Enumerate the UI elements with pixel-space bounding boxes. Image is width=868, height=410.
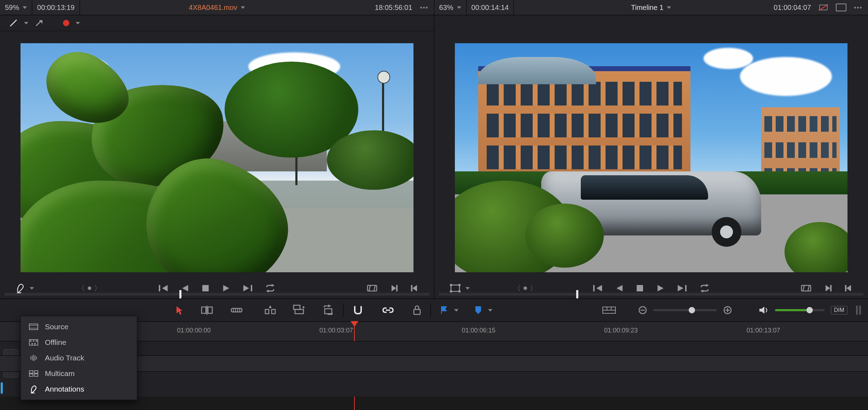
zoom-out-icon[interactable]	[638, 306, 647, 314]
svg-marker-59	[328, 304, 331, 307]
menu-item-label: Audio Track	[45, 354, 84, 362]
dim-button[interactable]: DIM	[831, 306, 847, 314]
source-clip-name-dropdown[interactable]: 4X8A0461.mov	[189, 4, 245, 12]
play-reverse-icon[interactable]	[615, 284, 623, 292]
chevron-down-icon[interactable]	[76, 22, 80, 24]
menu-item-audio-track[interactable]: Audio Track	[21, 350, 137, 366]
program-header: 63% 00:00:14:14 Timeline 1 01:00:04:07	[434, 0, 868, 15]
mark-out-icon[interactable]	[845, 284, 852, 292]
last-frame-icon[interactable]	[677, 284, 687, 292]
viewer-mode-menu: Source Offline Audio Track Multicam Anno…	[21, 316, 137, 400]
source-timecode[interactable]: 18:05:56:01	[375, 4, 412, 12]
play-icon[interactable]	[656, 284, 664, 292]
svg-rect-30	[637, 285, 643, 291]
program-zoom-value: 63%	[439, 4, 453, 12]
play-reverse-icon[interactable]	[181, 284, 189, 292]
transform-overlay-icon[interactable]	[450, 284, 461, 292]
bypass-grades-icon[interactable]	[816, 4, 831, 11]
annotations-mode-icon[interactable]	[16, 283, 25, 293]
record-color-icon[interactable]	[63, 20, 69, 26]
speaker-icon[interactable]	[759, 306, 769, 314]
mark-in-icon[interactable]	[824, 284, 832, 292]
svg-rect-26	[458, 290, 461, 292]
svg-rect-52	[265, 309, 269, 314]
svg-rect-56	[294, 305, 300, 309]
chevron-down-icon[interactable]	[454, 309, 458, 312]
program-marker-nav[interactable]: 〈〉	[514, 284, 537, 293]
lock-icon[interactable]	[413, 305, 421, 315]
match-frame-icon[interactable]	[367, 284, 377, 292]
single-viewer-icon[interactable]	[836, 4, 846, 11]
source-marker-nav[interactable]: 〈〉	[78, 284, 101, 293]
source-duration-readout[interactable]: 00:00:13:19	[32, 0, 80, 15]
timeline-zoom-slider[interactable]	[653, 309, 717, 311]
menu-item-offline[interactable]: Offline	[21, 335, 137, 350]
menu-item-annotations[interactable]: Annotations	[21, 381, 137, 397]
razor-tool-icon[interactable]	[231, 306, 243, 314]
source-canvas[interactable]	[0, 31, 434, 278]
last-frame-icon[interactable]	[243, 284, 253, 292]
svg-marker-14	[266, 290, 269, 292]
ruler-label: 01:00:09:23	[604, 327, 638, 334]
first-frame-icon[interactable]	[158, 284, 168, 292]
arrow-tool-icon[interactable]	[35, 19, 43, 27]
ruler-label: 01:00:13:07	[746, 327, 780, 334]
program-canvas[interactable]	[434, 31, 868, 278]
svg-rect-58	[325, 309, 332, 314]
svg-rect-22	[451, 285, 459, 291]
svg-marker-7	[162, 285, 168, 291]
timeline-view-options-icon[interactable]	[602, 306, 616, 314]
svg-line-2	[10, 20, 17, 26]
svg-line-16	[369, 285, 370, 291]
source-header: 59% 00:00:13:19 4X8A0461.mov 18:05:56:01	[0, 0, 434, 15]
overwrite-clip-icon[interactable]	[294, 305, 305, 315]
svg-rect-80	[31, 343, 33, 344]
loop-icon[interactable]	[265, 284, 275, 292]
link-icon[interactable]	[382, 306, 394, 314]
source-frame-image	[21, 43, 413, 272]
marker-icon[interactable]	[475, 306, 482, 315]
svg-rect-27	[593, 285, 595, 291]
svg-rect-53	[272, 309, 275, 314]
svg-rect-71	[856, 306, 858, 315]
program-timecode[interactable]: 01:00:04:07	[774, 4, 811, 12]
menu-item-multicam[interactable]: Multicam	[21, 366, 137, 381]
draw-line-tool-icon[interactable]	[9, 19, 18, 27]
stop-icon[interactable]	[202, 284, 209, 292]
volume-slider[interactable]	[775, 309, 824, 311]
chevron-down-icon[interactable]	[30, 287, 34, 290]
svg-rect-33	[685, 285, 687, 291]
svg-rect-77	[30, 340, 31, 342]
insert-clip-icon[interactable]	[265, 305, 276, 315]
selection-tool-icon[interactable]	[175, 306, 183, 315]
stop-icon[interactable]	[636, 284, 644, 292]
program-duration-readout[interactable]: 00:00:14:14	[467, 0, 514, 15]
source-zoom-selector[interactable]: 59%	[0, 0, 32, 15]
menu-item-source[interactable]: Source	[21, 319, 137, 335]
match-frame-icon[interactable]	[801, 284, 811, 292]
audio-meter-icon[interactable]	[856, 305, 862, 315]
chevron-down-icon[interactable]	[24, 22, 28, 24]
replace-clip-icon[interactable]	[323, 305, 334, 315]
source-viewer: 〈〉	[0, 15, 434, 298]
first-frame-icon[interactable]	[593, 284, 603, 292]
source-options-icon[interactable]	[417, 7, 430, 8]
timeline-name-dropdown[interactable]: Timeline 1	[631, 4, 671, 12]
flag-icon[interactable]	[440, 306, 448, 315]
program-options-icon[interactable]	[851, 7, 864, 8]
chevron-down-icon[interactable]	[465, 287, 470, 290]
svg-rect-24	[458, 284, 461, 286]
trim-tool-icon[interactable]	[201, 306, 213, 315]
source-zoom-value: 59%	[5, 4, 19, 12]
mark-out-icon[interactable]	[411, 284, 418, 292]
program-transport: 〈〉	[434, 278, 868, 298]
chevron-down-icon[interactable]	[488, 309, 492, 312]
svg-rect-89	[29, 371, 33, 373]
snap-icon[interactable]	[353, 305, 363, 315]
loop-icon[interactable]	[700, 284, 710, 292]
program-zoom-selector[interactable]: 63%	[434, 0, 467, 15]
mark-in-icon[interactable]	[390, 284, 398, 292]
svg-rect-90	[34, 371, 38, 373]
zoom-in-icon[interactable]	[723, 306, 732, 314]
play-icon[interactable]	[222, 284, 230, 292]
